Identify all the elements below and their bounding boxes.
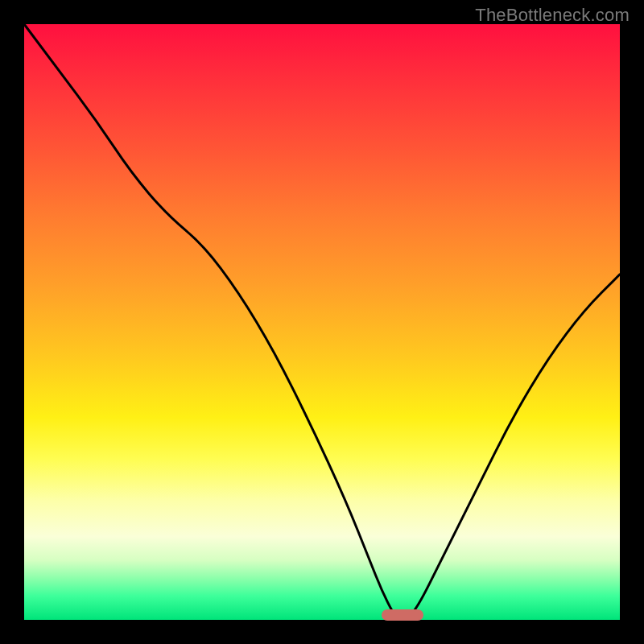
- optimal-range-marker: [382, 609, 423, 621]
- curve-path: [24, 24, 620, 620]
- plot-area: [24, 24, 620, 620]
- watermark-text: TheBottleneck.com: [475, 5, 630, 26]
- chart-frame: TheBottleneck.com: [0, 0, 644, 644]
- bottleneck-curve: [24, 24, 620, 620]
